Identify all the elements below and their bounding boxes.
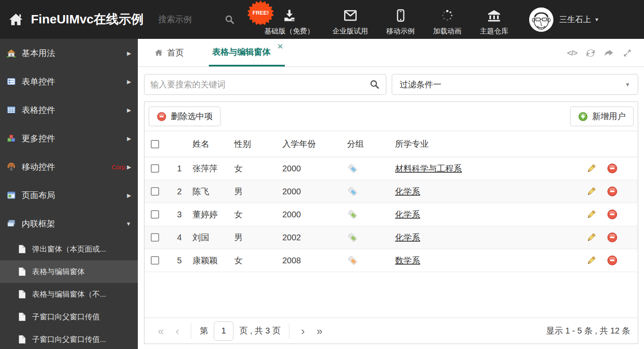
close-icon[interactable]: ✕ <box>277 43 283 50</box>
tag-icon <box>347 163 358 174</box>
filter-dropdown[interactable]: 过滤条件一 ▼ <box>392 74 638 95</box>
next-page-button[interactable]: › <box>295 326 311 336</box>
sidebar-subitem-popup-window[interactable]: 弹出窗体（本页面或... <box>0 238 138 260</box>
chevron-right-icon: ▶ <box>127 50 131 56</box>
table-row: 3 董婷婷 女 2000 化学系 <box>145 203 638 226</box>
major-link[interactable]: 数学系 <box>395 256 420 265</box>
delete-row-icon[interactable] <box>607 232 618 243</box>
file-icon <box>18 245 26 254</box>
layout-icon <box>6 190 16 200</box>
cell-gender: 男 <box>234 186 282 197</box>
page-prefix: 第 <box>200 325 208 336</box>
cell-year: 2000 <box>282 187 347 196</box>
nav-item-label: 移动示例 <box>386 26 415 36</box>
column-header-name[interactable]: 姓名 <box>184 138 234 150</box>
minus-circle-icon <box>157 112 167 122</box>
nav-item-label: 主题仓库 <box>480 26 508 36</box>
major-link[interactable]: 化学系 <box>395 187 420 196</box>
row-checkbox[interactable] <box>151 210 159 219</box>
pagination-bar: « ‹ 第 页 , 共 3 页 › » 显示 1 - 5 条 , 共 12 条 <box>145 318 638 344</box>
refresh-icon[interactable] <box>581 45 600 61</box>
delete-row-icon[interactable] <box>607 209 618 220</box>
chevron-down-icon: ▼ <box>126 221 131 227</box>
edit-pencil-icon[interactable] <box>586 255 597 266</box>
prev-page-button[interactable]: ‹ <box>170 326 185 336</box>
source-code-icon[interactable]: </> <box>563 45 581 61</box>
row-checkbox[interactable] <box>151 233 159 242</box>
nav-item-label: 基础版（免费） <box>264 26 314 36</box>
corp-badge: Corp. <box>112 163 127 171</box>
sidebar-subitem-child-to-parent[interactable]: 子窗口向父窗口传值 <box>0 306 138 328</box>
sidebar-item-form-controls[interactable]: 表单控件 ▶ <box>0 67 138 96</box>
major-link[interactable]: 化学系 <box>395 233 420 242</box>
column-header-major[interactable]: 所学专业 <box>395 138 581 150</box>
app-header: FineUIMvc在线示例 FREE! 基础版（免费） <box>0 0 644 39</box>
page-number-input[interactable] <box>214 321 233 341</box>
user-menu[interactable]: 三生石上 ▼ <box>529 8 599 32</box>
sidebar-subitem-grid-edit-window[interactable]: 表格与编辑窗体 <box>0 260 138 283</box>
nav-item-loading-animation[interactable]: 加载动画 <box>424 3 471 36</box>
nav-item-enterprise-trial[interactable]: 企业版试用 <box>323 3 377 36</box>
nav-item-mobile-demo[interactable]: 移动示例 <box>377 3 424 36</box>
edit-pencil-icon[interactable] <box>586 186 597 197</box>
form-icon <box>6 76 16 87</box>
major-link[interactable]: 化学系 <box>395 210 420 219</box>
tab-home[interactable]: 首页 <box>150 39 187 66</box>
row-checkbox[interactable] <box>151 187 159 196</box>
tag-icon <box>347 232 358 243</box>
keyword-search-input[interactable] <box>150 80 369 89</box>
nav-item-theme-repo[interactable]: 主题仓库 <box>471 3 517 36</box>
tab-grid-edit-window[interactable]: 表格与编辑窗体 ✕ <box>209 39 285 66</box>
record-count-summary: 显示 1 - 5 条 , 共 12 条 <box>546 325 630 336</box>
share-icon[interactable] <box>600 45 618 61</box>
edit-pencil-icon[interactable] <box>586 209 597 220</box>
tab-toolbar: </> <box>563 39 636 67</box>
chevron-right-icon: ▶ <box>127 107 131 113</box>
sidebar-subitem-grid-edit-window-2[interactable]: 表格与编辑窗体（不... <box>0 283 138 306</box>
nav-item-label: 企业版试用 <box>332 26 368 36</box>
first-page-button[interactable]: « <box>152 326 170 336</box>
header-search-input[interactable] <box>158 15 221 24</box>
house-icon <box>6 48 16 58</box>
header-search-icon[interactable] <box>224 14 235 25</box>
search-icon[interactable] <box>369 79 380 90</box>
row-checkbox[interactable] <box>151 256 159 265</box>
column-header-year[interactable]: 入学年份 <box>282 138 347 150</box>
delete-row-icon[interactable] <box>607 186 618 197</box>
edit-pencil-icon[interactable] <box>586 232 597 243</box>
frames-icon <box>6 219 16 229</box>
column-header-gender[interactable]: 性别 <box>234 138 282 150</box>
sidebar-item-basic-usage[interactable]: 基本用法 ▶ <box>0 39 138 67</box>
nav-item-basic-free[interactable]: FREE! 基础版（免费） <box>255 3 323 36</box>
sidebar-item-grid-controls[interactable]: 表格控件 ▶ <box>0 96 138 124</box>
header-nav: FREE! 基础版（免费） 企业版试用 <box>255 3 517 36</box>
cell-year: 2000 <box>282 210 347 219</box>
chevron-right-icon: ▶ <box>127 79 131 85</box>
cell-gender: 女 <box>234 209 282 220</box>
row-index: 3 <box>165 210 184 219</box>
cell-year: 2000 <box>282 164 347 173</box>
sidebar-item-page-layout[interactable]: 页面布局 ▶ <box>0 181 138 209</box>
sidebar-item-mobile-controls[interactable]: 移动控件 Corp. ▶ <box>0 153 138 181</box>
row-checkbox[interactable] <box>151 164 159 173</box>
bank-icon <box>486 8 502 23</box>
expand-icon[interactable] <box>618 45 636 61</box>
column-header-group[interactable]: 分组 <box>347 138 395 150</box>
chevron-right-icon: ▶ <box>127 192 131 199</box>
filter-dropdown-value: 过滤条件一 <box>400 79 625 90</box>
cell-name: 康颖颖 <box>184 255 234 266</box>
major-link[interactable]: 材料科学与工程系 <box>395 164 462 173</box>
sidebar-subitem-child-to-parent-2[interactable]: 子窗口向父窗口传值... <box>0 328 138 349</box>
last-page-button[interactable]: » <box>311 326 328 336</box>
edit-pencil-icon[interactable] <box>586 163 597 174</box>
tab-label: 表格与编辑窗体 <box>212 46 271 58</box>
delete-row-icon[interactable] <box>607 163 618 174</box>
add-user-button[interactable]: 新增用户 <box>570 107 634 126</box>
delete-selected-button[interactable]: 删除选中项 <box>149 107 221 126</box>
sidebar-item-inline-frame[interactable]: 内联框架 ▼ <box>0 209 138 238</box>
home-icon[interactable] <box>8 11 24 28</box>
delete-row-icon[interactable] <box>607 255 618 266</box>
select-all-checkbox[interactable] <box>151 140 159 148</box>
sidebar-item-more-controls[interactable]: 更多控件 ▶ <box>0 124 138 153</box>
nav-item-label: 加载动画 <box>433 26 461 36</box>
